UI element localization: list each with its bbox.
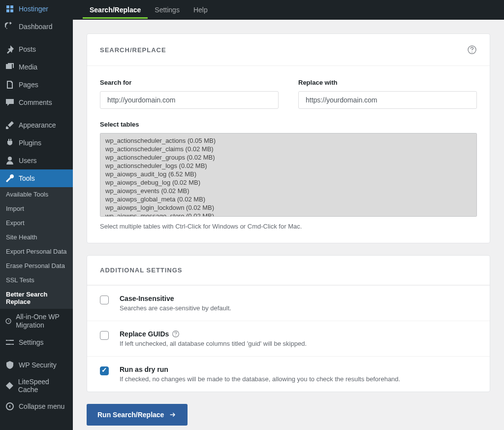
sidebar-item-plugins[interactable]: Plugins — [0, 134, 73, 152]
sidebar-item-pages[interactable]: Pages — [0, 76, 73, 94]
sidebar-label: WP Security — [19, 361, 57, 369]
sidebar-item-dashboard[interactable]: Dashboard — [0, 18, 73, 35]
submenu-site-health[interactable]: Site Health — [0, 230, 73, 244]
submenu-import[interactable]: Import — [0, 201, 73, 216]
sidebar-label: LiteSpeed Cache — [18, 378, 68, 394]
run-search-replace-button[interactable]: Run Search/Replace — [87, 404, 188, 426]
hostinger-icon — [5, 4, 15, 14]
collapse-icon — [5, 401, 15, 411]
table-option[interactable]: wp_aiowps_global_meta (0.02 MB) — [104, 195, 472, 203]
sidebar-label: Media — [19, 63, 37, 71]
submenu-erase-personal[interactable]: Erase Personal Data — [0, 259, 73, 273]
settings-slider-icon — [5, 337, 15, 347]
table-option[interactable]: wp_aiowps_login_lockdown (0.02 MB) — [104, 203, 472, 212]
tables-multiselect[interactable]: wp_actionscheduler_actions (0.05 MB)wp_a… — [100, 133, 477, 217]
tab-search-replace[interactable]: Search/Replace — [83, 1, 148, 19]
submenu-export-personal[interactable]: Export Personal Data — [0, 244, 73, 259]
sidebar-label: Posts — [19, 45, 36, 53]
setting-dry-run: Run as dry run If checked, no changes wi… — [87, 356, 490, 392]
submenu-export[interactable]: Export — [0, 216, 73, 230]
sidebar-label: Comments — [19, 99, 52, 106]
tab-help[interactable]: Help — [187, 1, 215, 19]
table-option[interactable]: wp_actionscheduler_groups (0.02 MB) — [104, 153, 472, 162]
sidebar-item-hostinger[interactable]: Hostinger — [0, 0, 73, 18]
dry-run-checkbox[interactable] — [100, 366, 109, 375]
sidebar-item-posts[interactable]: Posts — [0, 40, 73, 58]
litespeed-icon — [5, 381, 14, 391]
sidebar-label: Users — [19, 157, 37, 165]
setting-desc: Searches are case-sensitive by default. — [120, 304, 477, 312]
admin-sidebar: Hostinger Dashboard Posts Media Pages Co… — [0, 0, 73, 430]
help-icon[interactable] — [467, 45, 477, 55]
sidebar-label: Plugins — [19, 139, 41, 147]
arrow-right-icon — [169, 411, 177, 419]
setting-title: Run as dry run — [120, 365, 477, 373]
search-for-input[interactable] — [100, 91, 279, 109]
sidebar-label: Dashboard — [19, 23, 53, 31]
multiselect-hint: Select multiple tables with Ctrl-Click f… — [100, 223, 477, 230]
submenu-better-search-replace[interactable]: Better Search Replace — [0, 287, 73, 309]
help-icon[interactable] — [172, 330, 180, 338]
sidebar-item-collapse[interactable]: Collapse menu — [0, 397, 73, 415]
wrench-icon — [5, 173, 15, 183]
tools-submenu: Available Tools Import Export Site Healt… — [0, 187, 73, 309]
sidebar-label: Hostinger — [19, 5, 48, 13]
select-tables-label: Select tables — [100, 121, 477, 128]
comments-icon — [5, 98, 15, 107]
table-option[interactable]: wp_aiowps_debug_log (0.02 MB) — [104, 178, 472, 187]
sidebar-item-migration[interactable]: All-in-One WP Migration — [0, 309, 73, 333]
main-content: SEARCH/REPLACE Search for Replace with S… — [73, 20, 504, 430]
table-option[interactable]: wp_actionscheduler_logs (0.02 MB) — [104, 162, 472, 170]
additional-settings-panel: ADDITIONAL SETTINGS Case-Insensitive Sea… — [87, 255, 490, 392]
sidebar-item-settings[interactable]: Settings — [0, 333, 73, 351]
sidebar-label: Appearance — [19, 121, 56, 129]
sidebar-label: Settings — [19, 338, 44, 346]
users-icon — [5, 156, 15, 165]
topbar: Search/Replace Settings Help — [73, 0, 504, 20]
sidebar-label: All-in-One WP Migration — [16, 313, 68, 330]
table-option[interactable]: wp_actionscheduler_actions (0.05 MB) — [104, 136, 472, 145]
search-for-label: Search for — [100, 79, 279, 86]
sidebar-item-litespeed[interactable]: LiteSpeed Cache — [0, 374, 73, 397]
setting-title: Replace GUIDs — [120, 330, 169, 338]
sidebar-label: Tools — [19, 174, 35, 182]
setting-case-insensitive: Case-Insensitive Searches are case-sensi… — [87, 285, 490, 321]
migration-icon — [5, 316, 12, 326]
dashboard-icon — [5, 22, 15, 32]
sidebar-item-media[interactable]: Media — [0, 58, 73, 76]
table-option[interactable]: wp_aiowps_message_store (0.02 MB) — [104, 212, 472, 217]
media-icon — [5, 62, 15, 72]
search-replace-panel: SEARCH/REPLACE Search for Replace with S… — [87, 33, 490, 243]
brush-icon — [5, 120, 15, 130]
table-option[interactable]: wp_aiowps_audit_log (6.52 MB) — [104, 170, 472, 178]
setting-desc: If checked, no changes will be made to t… — [120, 375, 477, 383]
setting-replace-guids: Replace GUIDs If left unchecked, all dat… — [87, 321, 490, 356]
sidebar-item-tools[interactable]: Tools — [0, 169, 73, 187]
panel-title: ADDITIONAL SETTINGS — [100, 266, 183, 274]
sidebar-item-wp-security[interactable]: WP Security — [0, 356, 73, 374]
plugin-icon — [5, 138, 15, 148]
replace-with-input[interactable] — [298, 91, 477, 109]
shield-icon — [5, 360, 15, 370]
sidebar-label: Pages — [19, 81, 38, 89]
sidebar-item-appearance[interactable]: Appearance — [0, 116, 73, 134]
button-label: Run Search/Replace — [97, 411, 164, 419]
pages-icon — [5, 80, 15, 90]
setting-desc: If left unchecked, all database columns … — [120, 340, 477, 347]
sidebar-item-comments[interactable]: Comments — [0, 94, 73, 111]
pin-icon — [5, 44, 15, 54]
case-insensitive-checkbox[interactable] — [100, 296, 109, 304]
panel-title: SEARCH/REPLACE — [100, 46, 166, 54]
submenu-available-tools[interactable]: Available Tools — [0, 187, 73, 201]
sidebar-item-users[interactable]: Users — [0, 152, 73, 169]
table-option[interactable]: wp_actionscheduler_claims (0.02 MB) — [104, 145, 472, 153]
submenu-ssl-tests[interactable]: SSL Tests — [0, 273, 73, 287]
tab-settings[interactable]: Settings — [148, 1, 187, 19]
setting-title: Case-Insensitive — [120, 295, 477, 302]
replace-guids-checkbox[interactable] — [100, 331, 109, 340]
replace-with-label: Replace with — [298, 79, 477, 86]
table-option[interactable]: wp_aiowps_events (0.02 MB) — [104, 187, 472, 195]
sidebar-label: Collapse menu — [19, 402, 64, 410]
